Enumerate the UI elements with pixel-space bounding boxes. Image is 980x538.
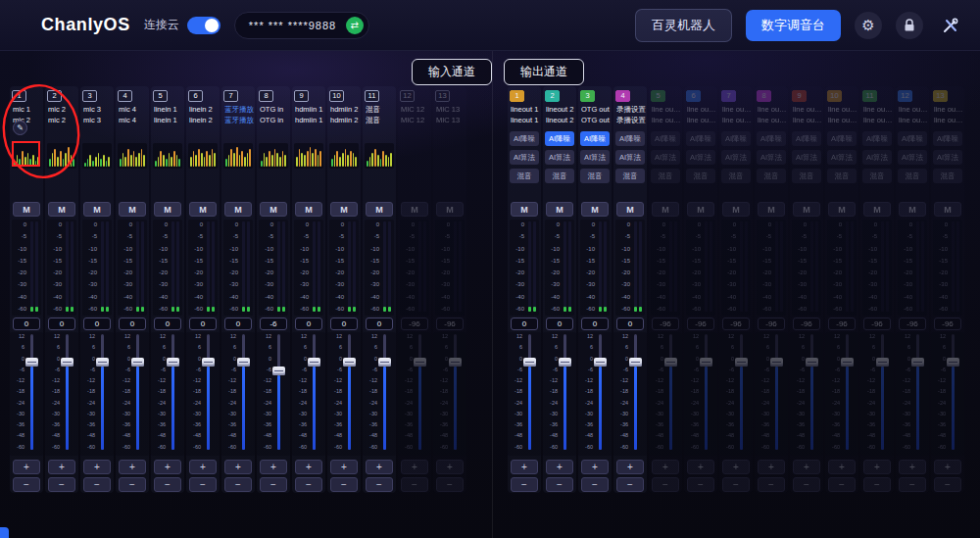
fader-track[interactable] (599, 334, 602, 450)
ai-noise-reduction-button[interactable]: AI降噪 (862, 131, 892, 146)
mute-button[interactable]: M (863, 202, 891, 217)
fader-thumb[interactable] (272, 367, 285, 375)
increment-button[interactable]: + (581, 460, 609, 474)
fader-track[interactable] (418, 334, 421, 450)
fader-thumb[interactable] (25, 358, 38, 367)
ai-noise-reduction-button[interactable]: AI降噪 (686, 131, 715, 146)
decrement-button[interactable]: − (546, 477, 573, 492)
decrement-button[interactable]: − (581, 477, 609, 492)
increment-button[interactable]: + (793, 460, 820, 474)
decrement-button[interactable]: − (934, 477, 961, 492)
device-id-pill[interactable]: *** *** ****9888 ⇄ (234, 12, 369, 39)
fader-thumb[interactable] (770, 358, 783, 367)
decrement-button[interactable]: − (83, 477, 111, 492)
fader-thumb[interactable] (735, 358, 748, 367)
edit-channel-icon[interactable]: ✎ (13, 121, 27, 135)
fader-thumb[interactable] (841, 358, 854, 367)
gain-value[interactable]: 0 (48, 318, 75, 330)
mute-button[interactable]: M (436, 202, 464, 217)
fader-thumb[interactable] (911, 358, 924, 367)
ai-algorithm-button[interactable]: AI算法 (580, 150, 610, 165)
fader-track[interactable] (669, 334, 672, 450)
mute-button[interactable]: M (934, 202, 961, 217)
decrement-button[interactable]: − (687, 477, 714, 492)
fader-track[interactable] (810, 334, 813, 450)
increment-button[interactable]: + (189, 460, 217, 474)
gain-value[interactable]: 0 (330, 318, 358, 330)
ai-algorithm-button[interactable]: AI算法 (721, 150, 751, 165)
mute-button[interactable]: M (616, 202, 644, 217)
mix-button[interactable]: 混音 (510, 169, 539, 183)
ai-algorithm-button[interactable]: AI算法 (615, 150, 645, 165)
fader-track[interactable] (207, 334, 210, 450)
gain-value[interactable]: 0 (581, 318, 609, 330)
fader-track[interactable] (242, 334, 245, 450)
increment-button[interactable]: + (401, 460, 428, 474)
ai-noise-reduction-button[interactable]: AI降噪 (792, 131, 821, 146)
gain-value[interactable]: 0 (295, 318, 322, 330)
ai-algorithm-button[interactable]: AI算法 (545, 150, 574, 165)
fader-track[interactable] (277, 334, 280, 450)
decrement-button[interactable]: − (13, 477, 40, 492)
increment-button[interactable]: + (687, 460, 714, 474)
mix-button[interactable]: 混音 (827, 169, 857, 183)
mix-button[interactable]: 混音 (615, 169, 645, 183)
mute-button[interactable]: M (330, 202, 358, 217)
increment-button[interactable]: + (13, 460, 40, 474)
fader-thumb[interactable] (449, 358, 462, 367)
fader-track[interactable] (101, 334, 104, 450)
decrement-button[interactable]: − (511, 477, 538, 492)
tools-icon[interactable] (937, 12, 964, 39)
gain-value[interactable]: 0 (189, 318, 217, 330)
fader-thumb[interactable] (594, 358, 607, 367)
mix-button[interactable]: 混音 (651, 169, 680, 183)
mix-button[interactable]: 混音 (898, 169, 927, 183)
mix-button[interactable]: 混音 (721, 169, 751, 183)
gain-value[interactable]: 0 (119, 318, 146, 330)
ai-noise-reduction-button[interactable]: AI降噪 (580, 131, 610, 146)
mute-button[interactable]: M (511, 202, 538, 217)
cloud-connect-toggle[interactable] (187, 17, 220, 34)
ai-algorithm-button[interactable]: AI算法 (757, 150, 786, 165)
mute-button[interactable]: M (295, 202, 322, 217)
ai-algorithm-button[interactable]: AI算法 (933, 150, 962, 165)
increment-button[interactable]: + (828, 460, 856, 474)
gain-value[interactable]: -96 (687, 318, 714, 330)
mix-button[interactable]: 混音 (792, 169, 821, 183)
mute-button[interactable]: M (366, 202, 393, 217)
mix-button[interactable]: 混音 (862, 169, 892, 183)
fader-track[interactable] (881, 334, 884, 450)
fader-track[interactable] (172, 334, 174, 450)
lock-icon[interactable] (896, 12, 923, 39)
mute-button[interactable]: M (758, 202, 785, 217)
fader-thumb[interactable] (378, 358, 391, 367)
fader-track[interactable] (564, 334, 566, 450)
gain-value[interactable]: -96 (793, 318, 820, 330)
mute-button[interactable]: M (687, 202, 714, 217)
fader-track[interactable] (916, 334, 919, 450)
robot-button[interactable]: 百灵机器人 (635, 9, 732, 42)
settings-gear-icon[interactable]: ⚙ (855, 12, 882, 39)
ai-algorithm-button[interactable]: AI算法 (651, 150, 680, 165)
decrement-button[interactable]: − (154, 477, 181, 492)
gain-value[interactable]: -6 (260, 318, 287, 330)
ai-algorithm-button[interactable]: AI算法 (898, 150, 927, 165)
decrement-button[interactable]: − (899, 477, 926, 492)
fader-thumb[interactable] (96, 358, 109, 367)
gain-value[interactable]: -96 (828, 318, 856, 330)
increment-button[interactable]: + (863, 460, 891, 474)
increment-button[interactable]: + (546, 460, 573, 474)
decrement-button[interactable]: − (224, 477, 252, 492)
fader-thumb[interactable] (559, 358, 571, 367)
gain-value[interactable]: 0 (511, 318, 538, 330)
gain-value[interactable]: -96 (899, 318, 926, 330)
fader-track[interactable] (348, 334, 351, 450)
decrement-button[interactable]: − (401, 477, 428, 492)
mute-button[interactable]: M (189, 202, 217, 217)
mix-button[interactable]: 混音 (545, 169, 574, 183)
ai-algorithm-button[interactable]: AI算法 (862, 150, 892, 165)
fader-track[interactable] (740, 334, 743, 450)
increment-button[interactable]: + (119, 460, 146, 474)
gain-value[interactable]: -96 (652, 318, 679, 330)
fader-thumb[interactable] (629, 358, 642, 367)
